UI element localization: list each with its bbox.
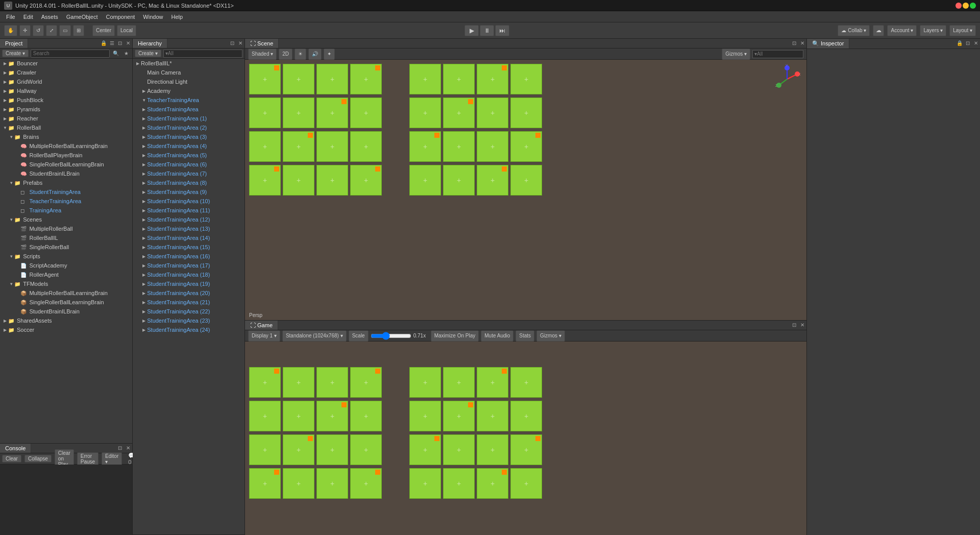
tab-hierarchy[interactable]: Hierarchy [133, 39, 167, 48]
hierarchy-item[interactable]: ▶StudentTrainingArea (16) [133, 252, 244, 261]
scene-close-icon[interactable]: ✕ [798, 39, 806, 47]
hierarchy-item[interactable]: ▶StudentTrainingArea (24) [133, 325, 244, 334]
menu-window[interactable]: Window [139, 13, 167, 21]
hierarchy-item[interactable]: Main Camera [133, 68, 244, 77]
hierarchy-item[interactable]: ▶StudentTrainingArea (13) [133, 224, 244, 233]
game-close-icon[interactable]: ✕ [798, 321, 806, 329]
hierarchy-item[interactable]: ▶StudentTrainingArea (3) [133, 132, 244, 141]
tool-custom[interactable]: ⊞ [73, 25, 84, 36]
hierarchy-search-input[interactable] [163, 50, 242, 58]
hierarchy-close-icon[interactable]: ✕ [236, 39, 244, 47]
tool-scale[interactable]: ⤢ [46, 25, 57, 36]
project-item[interactable]: 📄RollerAgent [0, 270, 132, 279]
menu-help[interactable]: Help [167, 13, 187, 21]
project-lock-icon[interactable]: 🔒 [100, 39, 108, 47]
play-button[interactable]: ▶ [464, 25, 479, 36]
stats-btn[interactable]: Stats [516, 330, 534, 342]
project-item[interactable]: 📦SingleRollerBallLearningBrain [0, 298, 132, 307]
project-star-icon[interactable]: ★ [122, 50, 130, 58]
tab-inspector[interactable]: 🔍 Inspector [807, 39, 849, 48]
tab-game[interactable]: ⛶ Game [245, 321, 278, 330]
project-item[interactable]: 📦MultipleRollerBallLearningBrain [0, 288, 132, 298]
gizmos-btn[interactable]: Gizmos ▾ [722, 48, 750, 60]
project-item[interactable]: ▶📁SharedAssets [0, 316, 132, 325]
hierarchy-item[interactable]: ▶StudentTrainingArea (7) [133, 169, 244, 178]
hierarchy-item[interactable]: ▶StudentTrainingArea (20) [133, 288, 244, 298]
hierarchy-item[interactable]: ▶StudentTrainingArea (21) [133, 298, 244, 307]
menu-assets[interactable]: Assets [37, 13, 62, 21]
audio-toggle[interactable]: 🔊 [308, 48, 322, 60]
step-button[interactable]: ⏭ [495, 25, 509, 36]
collab-button[interactable]: ☁ Collab ▾ [838, 25, 870, 36]
project-search-icon[interactable]: 🔍 [112, 50, 120, 58]
console-close-icon[interactable]: ✕ [124, 444, 132, 452]
project-item[interactable]: ▼📁Prefabs [0, 178, 132, 187]
cloud-button[interactable]: ☁ [873, 25, 884, 36]
project-item[interactable]: ▼📁RollerBall [0, 123, 132, 132]
inspector-lock-icon[interactable]: 🔒 [955, 39, 964, 47]
project-item[interactable]: ▶📁Hallway [0, 86, 132, 95]
hierarchy-maximize-icon[interactable]: ⊡ [228, 39, 236, 47]
project-item[interactable]: 🎬SingleRollerBall [0, 242, 132, 252]
menu-component[interactable]: Component [102, 13, 139, 21]
space-button[interactable]: Local [117, 25, 136, 36]
account-button[interactable]: Account ▾ [887, 25, 917, 36]
project-item[interactable]: ◻TrainingArea [0, 206, 132, 215]
hierarchy-item[interactable]: ▶RollerBallIL* [133, 59, 244, 68]
hierarchy-item[interactable]: ▶StudentTrainingArea (15) [133, 242, 244, 252]
hierarchy-item[interactable]: ▼TeacherTrainingArea [133, 95, 244, 105]
project-item[interactable]: ▶📁Crawler [0, 68, 132, 77]
resolution-dropdown[interactable]: Standalone (1024x768) ▾ [282, 330, 347, 342]
tab-project[interactable]: Project [0, 39, 28, 48]
project-menu-icon[interactable]: ☰ [108, 39, 116, 47]
lighting-toggle[interactable]: ☀ [295, 48, 306, 60]
project-item[interactable]: 🎬RollerBallIL [0, 233, 132, 242]
hierarchy-item[interactable]: ▶StudentTrainingArea (11) [133, 206, 244, 215]
hierarchy-item[interactable]: ▶StudentTrainingArea (1) [133, 114, 244, 123]
project-item[interactable]: 📄ScriptAcademy [0, 261, 132, 270]
hierarchy-item[interactable]: ▶StudentTrainingArea (22) [133, 307, 244, 316]
hierarchy-item[interactable]: ▶StudentTrainingArea (12) [133, 215, 244, 224]
pause-button[interactable]: ⏸ [480, 25, 494, 36]
pivot-button[interactable]: Center [92, 25, 115, 36]
menu-edit[interactable]: Edit [19, 13, 37, 21]
tab-scene[interactable]: ⛶ Scene [245, 39, 279, 48]
menu-file[interactable]: File [2, 13, 19, 21]
project-create-btn[interactable]: Create ▾ [2, 50, 29, 57]
project-item[interactable]: ▼📁Scripts [0, 252, 132, 261]
hierarchy-item[interactable]: ▶StudentTrainingArea (9) [133, 187, 244, 197]
layout-button[interactable]: Layout ▾ [949, 25, 976, 36]
maximize-on-play-btn[interactable]: Maximize On Play [431, 330, 479, 342]
project-item[interactable]: ▶📁Bouncer [0, 59, 132, 68]
hierarchy-item[interactable]: ▶Academy [133, 86, 244, 95]
hierarchy-item[interactable]: ▶StudentTrainingArea (6) [133, 160, 244, 169]
hierarchy-create-btn[interactable]: Create ▾ [135, 50, 161, 57]
hierarchy-item[interactable]: Directional Light [133, 77, 244, 86]
console-editor-btn[interactable]: Editor ▾ [102, 452, 122, 466]
maximize-btn[interactable] [963, 3, 969, 9]
hierarchy-item[interactable]: ▶StudentTrainingArea (17) [133, 261, 244, 270]
close-btn[interactable] [970, 3, 976, 9]
menu-gameobject[interactable]: GameObject [62, 13, 102, 21]
project-item[interactable]: 🧠RollerBallPlayerBrain [0, 151, 132, 160]
tool-rect[interactable]: ▭ [59, 25, 71, 36]
project-item[interactable]: 🧠SingleRollerBallLearningBrain [0, 160, 132, 169]
project-item[interactable]: ▶📁Reacher [0, 114, 132, 123]
console-error-pause-btn[interactable]: Error Pause [77, 452, 99, 466]
hierarchy-item[interactable]: ▶StudentTrainingArea (4) [133, 141, 244, 151]
scene-filter-input[interactable] [752, 50, 803, 58]
minimize-btn[interactable] [955, 3, 962, 9]
project-search-input[interactable] [31, 50, 110, 58]
project-item[interactable]: ◻TeacherTrainingArea [0, 197, 132, 206]
hierarchy-item[interactable]: ▶StudentTrainingArea (19) [133, 279, 244, 288]
hierarchy-item[interactable]: ▶StudentTrainingArea [133, 105, 244, 114]
scale-slider[interactable] [371, 332, 411, 340]
shading-dropdown[interactable]: Shaded ▾ [248, 48, 277, 60]
game-gizmos-btn[interactable]: Gizmos ▾ [536, 330, 565, 342]
game-maximize-icon[interactable]: ⊡ [790, 321, 798, 329]
hierarchy-item[interactable]: ▶StudentTrainingArea (2) [133, 123, 244, 132]
console-clear-btn[interactable]: Clear [2, 455, 21, 463]
game-viewport[interactable] [245, 342, 806, 535]
project-item[interactable]: ▶📁PushBlock [0, 95, 132, 105]
hierarchy-item[interactable]: ▶StudentTrainingArea (14) [133, 233, 244, 242]
